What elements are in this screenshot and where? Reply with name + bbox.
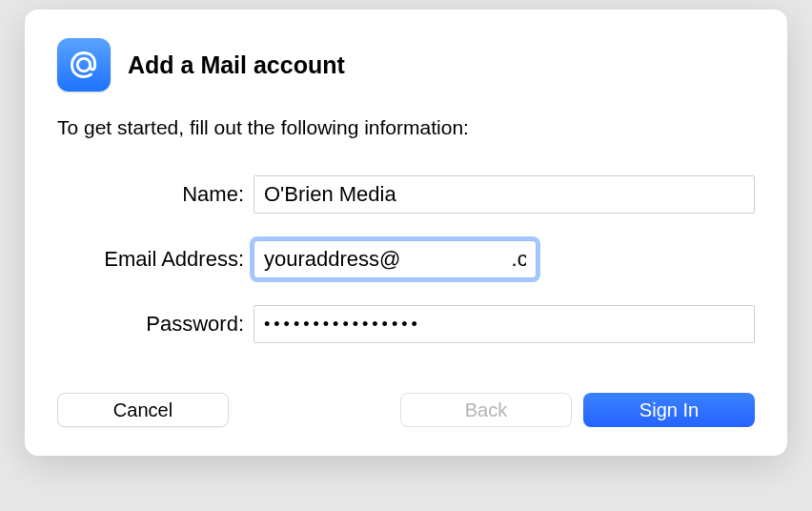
name-input[interactable] — [254, 175, 755, 214]
signin-button[interactable]: Sign In — [583, 393, 755, 427]
svg-point-0 — [77, 58, 90, 71]
password-input[interactable] — [254, 305, 755, 343]
password-label: Password: — [57, 312, 254, 337]
dialog-header: Add a Mail account — [57, 38, 755, 92]
form-row-email: Email Address: — [57, 240, 755, 278]
dialog-title: Add a Mail account — [128, 51, 345, 79]
add-mail-account-dialog: Add a Mail account To get started, fill … — [25, 10, 787, 456]
email-input[interactable] — [254, 240, 537, 278]
form-row-password: Password: — [57, 305, 755, 343]
form-row-name: Name: — [57, 175, 755, 214]
at-sign-icon — [57, 38, 111, 92]
cancel-button[interactable]: Cancel — [57, 393, 229, 427]
email-label: Email Address: — [57, 247, 254, 272]
button-row: Cancel Back Sign In — [57, 393, 755, 427]
dialog-subtitle: To get started, fill out the following i… — [57, 116, 755, 139]
name-label: Name: — [57, 182, 254, 207]
back-button: Back — [400, 393, 572, 427]
